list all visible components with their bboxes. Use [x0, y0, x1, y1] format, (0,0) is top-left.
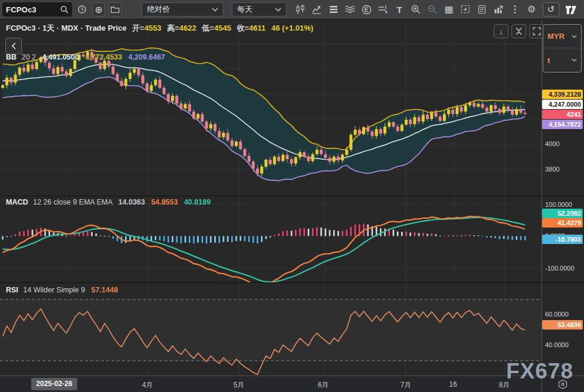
chevron-down-icon: [212, 8, 218, 12]
high-value: 4622: [179, 24, 196, 32]
interval-label: 每天: [237, 4, 252, 15]
collapse-icon: [515, 27, 523, 35]
price-type-label: 绝对价: [147, 4, 170, 15]
bb-legend[interactable]: BB 20 2 4,491.0500 4,772.4533 4,209.6467: [6, 53, 165, 61]
toolbar-icon-row: T ▦ ⋮ ⚙ ↺: [295, 2, 584, 17]
rsi-value: 57.1448: [91, 286, 118, 294]
price-badge: 52.2082: [542, 209, 583, 218]
symbol-legend: FCPOc3 · 1天 · MDX · Trade Price 开=4553 高…: [6, 23, 313, 34]
maximize-pane-button[interactable]: [529, 24, 544, 38]
price-badge: 4,247.0000: [542, 100, 583, 109]
currency-panel: MYR t: [543, 24, 582, 73]
close-value: 4611: [249, 24, 265, 32]
macd-pane: [0, 196, 542, 282]
time-axis-label: 16: [449, 380, 457, 388]
arrow-down-icon: ↓: [499, 27, 503, 36]
time-axis-label: 5月: [234, 380, 245, 390]
maximize-icon: [533, 27, 541, 35]
back-button[interactable]: [5, 38, 22, 54]
low-value: 4545: [214, 24, 231, 32]
text-tool-icon[interactable]: T: [394, 2, 405, 17]
more-icon[interactable]: ⋮: [510, 2, 520, 17]
axis-tick: 3800: [545, 165, 559, 173]
rows-icon[interactable]: [328, 2, 339, 17]
notes-icon[interactable]: [477, 2, 487, 17]
axis-tick: 40.0000: [545, 341, 569, 349]
chevron-down-icon: [572, 35, 577, 38]
waves-icon[interactable]: [345, 2, 355, 17]
clock-icon[interactable]: [76, 2, 88, 17]
compare-chart-icon[interactable]: [311, 2, 322, 17]
symbol-title: FCPOc3 · 1天 · MDX · Trade Price: [6, 24, 126, 32]
rsi-pane: [0, 283, 542, 375]
time-axis[interactable]: 2025-02-26 4月5月6月7月168月: [0, 375, 584, 392]
axis-tick: 60.0000: [545, 310, 569, 318]
folder-icon[interactable]: [109, 2, 122, 17]
macd-hist-value: 14.0363: [119, 198, 145, 206]
currency-label: MYR: [547, 32, 565, 41]
settings-icon[interactable]: ⚙: [526, 2, 537, 17]
time-axis-label: 4月: [142, 380, 153, 390]
interval-dropdown[interactable]: 每天: [232, 2, 287, 17]
price-badge: 41.4279: [542, 218, 583, 228]
screenshot-icon[interactable]: [460, 2, 471, 17]
symbol-search-box[interactable]: FCPOc3: [2, 2, 72, 17]
symbol-name: FCPOc3: [6, 5, 60, 14]
price-badge: 4241: [542, 110, 583, 119]
axis-tick: 100.0000: [545, 200, 572, 209]
axis-tick: -100.0000: [545, 264, 575, 272]
top-toolbar: FCPOc3 ⊕ 绝对价 每天 T: [0, 0, 584, 19]
search-icon: [60, 5, 68, 14]
price-pane: [0, 19, 542, 196]
pane-buttons: ↓: [491, 24, 544, 38]
unit-label: t: [547, 56, 550, 65]
chart-export-icon[interactable]: [493, 2, 504, 17]
macd-line-value: 54.8553: [151, 198, 178, 206]
pane-separator[interactable]: [0, 196, 584, 196]
macd-pane-canvas[interactable]: [0, 196, 542, 282]
candles-icon[interactable]: [295, 2, 306, 17]
crosshair-date-label: 2025-02-26: [31, 378, 77, 390]
time-axis-label: 7月: [401, 380, 412, 390]
change-value: 46 (+1.01%): [271, 24, 313, 32]
undo-icon[interactable]: ↺: [543, 2, 559, 17]
chart-area: 460040003800100.00000.0000-100.000060.00…: [0, 19, 584, 375]
zoom-out-icon[interactable]: [427, 2, 438, 17]
price-badge: 4,339.2128: [542, 90, 583, 99]
price-pane-canvas[interactable]: [0, 19, 542, 196]
unit-dropdown[interactable]: t: [543, 48, 581, 72]
price-badge: -10.7803: [542, 235, 583, 244]
collapse-pane-button[interactable]: [511, 24, 526, 38]
currency-dropdown[interactable]: MYR: [543, 25, 581, 48]
align-icon[interactable]: [378, 2, 388, 17]
rsi-pane-canvas[interactable]: [0, 283, 542, 375]
trading-chart-app: FCPOc3 ⊕ 绝对价 每天 T: [0, 0, 584, 392]
open-value: 4553: [145, 24, 162, 32]
zoom-in-icon[interactable]: [411, 2, 421, 17]
axis-tick: 4000: [545, 140, 559, 148]
macd-signal-value: 40.8189: [184, 198, 211, 206]
price-type-dropdown[interactable]: 绝对价: [142, 2, 224, 17]
watermark: FX678: [506, 359, 573, 384]
add-circle-icon[interactable]: ⊕: [92, 2, 105, 17]
chevron-down-icon: [572, 58, 577, 62]
tradingview-logo[interactable]: [564, 2, 578, 17]
table-icon[interactable]: ▦: [444, 2, 454, 17]
price-badge: 53.4836: [542, 320, 583, 330]
e-circle-icon[interactable]: [361, 2, 372, 17]
bb-basis-value: 4,491.0500: [42, 53, 79, 61]
time-axis-label: 6月: [318, 380, 329, 390]
bb-lower-value: 4,209.6467: [128, 53, 165, 61]
chevron-down-icon: [275, 8, 281, 12]
macd-legend[interactable]: MACD 12 26 close 9 EMA EMA 14.0363 54.85…: [6, 198, 211, 206]
scroll-down-button[interactable]: ↓: [494, 24, 508, 38]
pane-separator[interactable]: [0, 282, 584, 283]
price-badge: 4,154.7872: [542, 120, 583, 129]
rsi-legend[interactable]: RSI 14 Wilder Simple 9 57.1448: [6, 286, 118, 294]
bb-upper-value: 4,772.4533: [85, 53, 122, 61]
